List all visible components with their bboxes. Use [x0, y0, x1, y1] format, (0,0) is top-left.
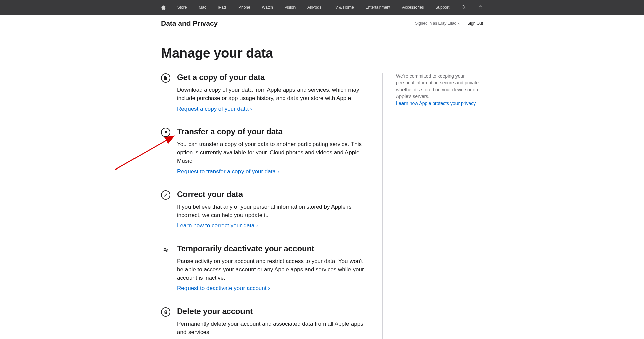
pencil-icon — [161, 190, 170, 200]
svg-point-6 — [166, 249, 168, 251]
nav-entertainment[interactable]: Entertainment — [365, 5, 390, 10]
arrow-up-right-icon — [161, 128, 170, 137]
sign-out-link[interactable]: Sign Out — [467, 21, 483, 26]
deactivate-account-link[interactable]: Request to deactivate your account — [177, 285, 270, 291]
svg-rect-8 — [167, 250, 167, 251]
trash-icon — [161, 307, 170, 317]
section-desc: Download a copy of your data from Apple … — [177, 86, 369, 103]
section-title: Get a copy of your data — [177, 73, 369, 82]
nav-tv-home[interactable]: TV & Home — [333, 5, 354, 10]
section-get-copy: Get a copy of your data Download a copy … — [161, 73, 369, 112]
section-body: Delete your account Permanently delete y… — [177, 307, 369, 339]
section-correct: Correct your data If you believe that an… — [161, 190, 369, 229]
nav-vision[interactable]: Vision — [285, 5, 296, 10]
section-desc: Pause activity on your account and restr… — [177, 257, 369, 282]
signed-in-text: Signed in as Eray Eliacik — [415, 21, 459, 26]
section-desc: You can transfer a copy of your data to … — [177, 140, 369, 165]
svg-point-5 — [164, 248, 166, 249]
section-body: Temporarily deactivate your account Paus… — [177, 244, 369, 292]
section-deactivate: Temporarily deactivate your account Paus… — [161, 244, 369, 292]
nav-watch[interactable]: Watch — [262, 5, 273, 10]
section-body: Correct your data If you believe that an… — [177, 190, 369, 229]
section-delete: Delete your account Permanently delete y… — [161, 307, 369, 339]
svg-point-0 — [462, 6, 465, 8]
subnav-right: Signed in as Eray Eliacik Sign Out — [415, 21, 483, 26]
correct-data-link[interactable]: Learn how to correct your data — [177, 222, 258, 229]
section-title: Temporarily deactivate your account — [177, 244, 369, 253]
sidebar: We're committed to keeping your personal… — [382, 73, 483, 339]
subnav-inner: Data and Privacy Signed in as Eray Eliac… — [158, 19, 486, 27]
nav-mac[interactable]: Mac — [199, 5, 206, 10]
subnav-title: Data and Privacy — [161, 19, 218, 27]
section-title: Transfer a copy of your data — [177, 127, 369, 136]
request-transfer-link[interactable]: Request to transfer a copy of your data — [177, 168, 279, 175]
section-title: Correct your data — [177, 190, 369, 199]
main-column: Get a copy of your data Download a copy … — [161, 73, 369, 339]
global-nav-inner: Store Mac iPad iPhone Watch Vision AirPo… — [158, 4, 486, 10]
apple-logo-icon[interactable] — [161, 4, 166, 10]
svg-line-1 — [465, 8, 466, 9]
person-pause-icon — [161, 245, 170, 254]
content-inner: Manage your data Get a copy of your data… — [158, 46, 486, 339]
nav-store[interactable]: Store — [177, 5, 187, 10]
nav-support[interactable]: Support — [435, 5, 449, 10]
nav-iphone[interactable]: iPhone — [237, 5, 250, 10]
section-desc: If you believe that any of your personal… — [177, 203, 369, 220]
nav-ipad[interactable]: iPad — [218, 5, 226, 10]
section-body: Get a copy of your data Download a copy … — [177, 73, 369, 112]
page-title: Manage your data — [161, 46, 483, 61]
request-copy-link[interactable]: Request a copy of your data — [177, 106, 252, 112]
nav-airpods[interactable]: AirPods — [307, 5, 321, 10]
content: Manage your data Get a copy of your data… — [0, 32, 644, 339]
section-body: Transfer a copy of your data You can tra… — [177, 127, 369, 175]
section-title: Delete your account — [177, 307, 369, 316]
subnav: Data and Privacy Signed in as Eray Eliac… — [0, 15, 644, 32]
svg-rect-2 — [479, 6, 482, 9]
bag-icon[interactable] — [478, 4, 483, 10]
global-nav: Store Mac iPad iPhone Watch Vision AirPo… — [0, 0, 644, 15]
section-transfer: Transfer a copy of your data You can tra… — [161, 127, 369, 175]
sidebar-privacy-link[interactable]: Learn how Apple protects your privacy. — [396, 100, 477, 106]
sidebar-text: We're committed to keeping your personal… — [396, 73, 483, 100]
document-icon — [161, 73, 170, 83]
nav-accessories[interactable]: Accessories — [402, 5, 424, 10]
search-icon[interactable] — [461, 4, 466, 10]
layout: Get a copy of your data Download a copy … — [161, 73, 483, 339]
section-desc: Permanently delete your account and asso… — [177, 320, 369, 337]
svg-rect-7 — [166, 250, 167, 251]
